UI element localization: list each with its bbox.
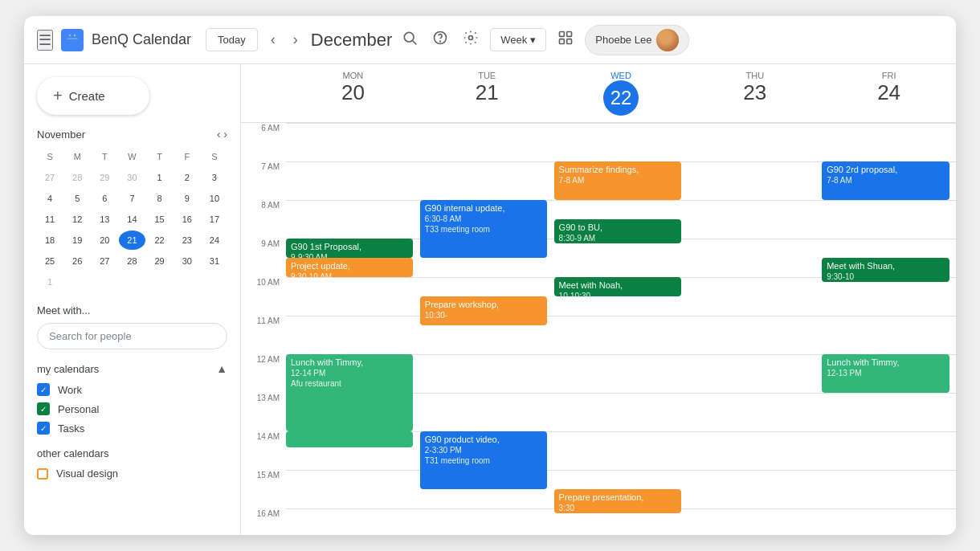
time-cell[interactable] [688,123,822,161]
time-cell[interactable] [822,508,956,535]
mini-cal-date[interactable]: 1 [147,168,173,187]
time-cell[interactable] [554,393,688,431]
time-cell[interactable] [822,431,956,470]
time-cell[interactable] [554,431,688,470]
time-cell[interactable] [286,316,420,354]
event-block[interactable]: Summarize findings,7-8 AM [554,161,681,200]
event-block[interactable]: G90 product video,2-3:30 PMT31 meeting r… [420,431,547,489]
time-cell[interactable] [286,161,420,200]
time-cell[interactable] [688,431,822,470]
mini-cal-date[interactable]: 28 [119,251,145,271]
mini-cal-date[interactable]: 21 [119,231,145,250]
event-block[interactable]: Meet with Shuan,9:30-10 [822,258,949,282]
mini-cal-date[interactable]: 28 [64,168,90,187]
event-block[interactable]: G90 internal update,6:30-8 AMT33 meeting… [420,200,547,258]
my-calendar-item[interactable]: ✓Personal [37,399,227,418]
mini-cal-date[interactable]: 1 [37,272,63,292]
time-cell[interactable] [688,200,822,239]
calendar-checkbox[interactable]: ✓ [37,402,50,415]
mini-cal-date[interactable]: 19 [64,231,90,250]
mini-cal-date[interactable]: 13 [92,210,117,229]
time-cell[interactable] [688,277,822,316]
mini-cal-date[interactable]: 17 [202,210,227,229]
next-arrow[interactable]: › [288,28,303,51]
time-cell[interactable] [688,393,822,431]
time-cell[interactable] [554,316,688,354]
mini-cal-prev[interactable]: ‹ [217,128,221,141]
mini-cal-date[interactable]: 27 [37,168,63,187]
user-button[interactable]: Phoebe Lee [585,25,689,55]
mini-cal-date[interactable]: 12 [64,210,90,229]
time-cell[interactable] [822,277,956,316]
time-cell[interactable] [822,393,956,431]
hamburger-button[interactable]: ☰ [37,30,53,51]
mini-cal-date[interactable]: 4 [37,189,63,208]
time-cell[interactable] [822,470,956,508]
time-cell[interactable] [286,470,420,508]
time-cell[interactable] [420,393,554,431]
time-cell[interactable] [286,277,420,316]
mini-cal-date[interactable]: 20 [92,231,117,250]
mini-cal-date[interactable]: 11 [37,210,63,229]
mini-cal-date[interactable]: 16 [174,210,200,229]
mini-cal-date[interactable]: 8 [147,189,173,208]
mini-cal-date[interactable]: 23 [174,231,200,250]
mini-cal-date[interactable]: 9 [174,189,200,208]
time-cell[interactable] [420,161,554,200]
time-cell[interactable] [688,508,822,535]
my-calendar-item[interactable]: ✓Work [37,380,227,399]
mini-cal-date[interactable]: 24 [202,231,227,250]
event-block[interactable]: Prepare presentation,3:30 [554,489,681,513]
mini-cal-date[interactable]: 26 [64,251,90,271]
week-selector[interactable]: Week ▾ [490,28,546,51]
time-cell[interactable] [286,200,420,239]
event-block[interactable]: Meet with Noah,10-10:30 [554,277,681,296]
mini-cal-date[interactable]: 30 [174,251,200,271]
time-cell[interactable] [822,123,956,161]
mini-cal-date[interactable]: 3 [202,168,227,187]
time-cell[interactable] [286,508,420,535]
mini-cal-date[interactable]: 18 [37,231,63,250]
time-cell[interactable] [286,123,420,161]
mini-cal-date[interactable]: 29 [147,251,173,271]
help-button[interactable] [429,27,451,53]
calendar-checkbox[interactable]: ✓ [37,422,50,435]
mini-cal-date[interactable]: 10 [202,189,227,208]
search-button[interactable] [398,27,421,53]
time-cell[interactable] [822,200,956,239]
time-cell[interactable] [420,354,554,393]
event-block[interactable]: G90 2rd proposal,7-8 AM [822,161,949,200]
today-button[interactable]: Today [206,28,258,51]
time-cell[interactable] [688,354,822,393]
grid-button[interactable] [554,27,577,53]
time-cell[interactable] [688,470,822,508]
mini-cal-date[interactable]: 5 [64,189,90,208]
prev-arrow[interactable]: ‹ [266,28,280,51]
mini-cal-date[interactable]: 15 [147,210,173,229]
event-block[interactable]: Project update,9:30-10 AM [286,258,413,277]
other-calendar-item[interactable]: Visual design [37,464,227,483]
event-block[interactable]: Prepare workshop,10:30- [420,296,547,325]
time-cell[interactable] [420,123,554,161]
event-block[interactable]: G90 1st Proposal,9-9:30 AM [286,239,413,258]
time-cell[interactable] [554,354,688,393]
my-calendar-item[interactable]: ✓Tasks [37,418,227,438]
time-cell[interactable] [822,316,956,354]
event-block[interactable]: Lunch with Timmy,12-14 PMAfu restaurant [286,354,413,431]
mini-cal-date[interactable]: 22 [147,231,173,250]
time-cell[interactable] [554,239,688,277]
create-button[interactable]: + Create [37,77,149,115]
time-cell[interactable] [688,161,822,200]
time-cell[interactable] [688,239,822,277]
event-block[interactable]: Lunch with Timmy,12-13 PM [822,354,949,393]
event-block[interactable] [286,431,413,447]
calendar-checkbox[interactable] [37,468,48,480]
settings-button[interactable] [459,27,482,53]
time-cell[interactable] [420,508,554,535]
calendar-checkbox[interactable]: ✓ [37,383,50,396]
mini-cal-date[interactable]: 7 [119,189,145,208]
event-block[interactable]: G90 to BU,8:30-9 AM [554,219,681,243]
mini-cal-date[interactable]: 29 [92,168,117,187]
mini-cal-next[interactable]: › [223,128,227,141]
mini-cal-date[interactable]: 30 [119,168,145,187]
